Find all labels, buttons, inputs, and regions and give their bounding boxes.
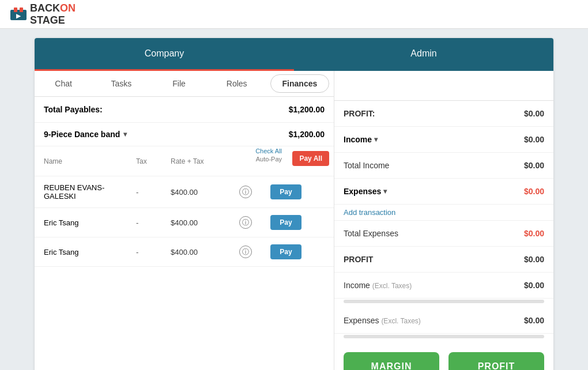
total-expenses-row: Total Expenses $0.00 — [334, 221, 553, 247]
profit2-value: $0.00 — [524, 255, 544, 264]
pay-button[interactable]: Pay — [270, 244, 301, 259]
expenses-label: Expenses ▾ — [344, 187, 387, 196]
income-excl-row: Income (Excl. Taxes) $0.00 — [334, 273, 553, 299]
chevron-down-icon[interactable]: ▾ — [123, 130, 127, 138]
total-income-label: Total Income — [344, 161, 389, 170]
table-row: REUBEN EVANS-GALESKI - $400.00 ⓘ Pay — [35, 176, 334, 208]
member-tax: - — [136, 218, 171, 227]
table-row: Eric Tsang - $400.00 ⓘ Pay — [35, 237, 334, 267]
member-name: Eric Tsang — [44, 248, 136, 256]
chevron-down-icon[interactable]: ▾ — [374, 135, 378, 144]
member-tax: - — [136, 248, 171, 256]
member-pay: Pay — [263, 244, 309, 259]
col-tax-header: Tax — [136, 157, 171, 165]
total-expenses-label: Total Expenses — [344, 229, 398, 238]
band-row: 9-Piece Dance band ▾ $1,200.00 — [35, 123, 334, 146]
profit2-row: PROFIT $0.00 — [334, 247, 553, 273]
expenses-row: Expenses ▾ $0.00 — [334, 179, 553, 205]
pay-button[interactable]: Pay — [270, 215, 301, 230]
margin-card-title: MARGIN — [353, 361, 430, 370]
total-income-value: $0.00 — [524, 161, 544, 170]
income-excl-value: $0.00 — [524, 281, 544, 290]
member-tax: - — [136, 188, 171, 197]
content-area: Chat Tasks File Roles Finances Total Pay… — [35, 71, 553, 370]
margin-card: MARGIN 0.00% — [344, 352, 439, 370]
tab-admin[interactable]: Admin — [294, 38, 553, 71]
check-all-label: Check All — [255, 148, 282, 154]
income-row: Income ▾ $0.00 — [334, 127, 553, 153]
band-amount: $1,200.00 — [289, 130, 325, 139]
info-icon[interactable]: ⓘ — [239, 216, 252, 229]
tab-header: Company Admin — [35, 38, 553, 71]
member-pay: Pay — [263, 215, 309, 230]
tab-finances[interactable]: Finances — [270, 74, 329, 93]
svg-rect-1 — [14, 7, 17, 12]
total-payables-label: Total Payables: — [44, 105, 103, 114]
member-info: ⓘ — [228, 216, 263, 229]
profit-card-title: PROFIT — [458, 361, 535, 370]
tab-file[interactable]: File — [150, 71, 208, 96]
band-name: 9-Piece Dance band ▾ — [44, 130, 127, 139]
expenses-excl-value: $0.00 — [524, 316, 544, 325]
main-container: Company Admin Chat Tasks File Roles Fina… — [35, 38, 553, 370]
member-pay: Pay — [263, 184, 309, 199]
profit-row: PROFIT: $0.00 — [334, 101, 553, 127]
expenses-excl-row: Expenses (Excl. Taxes) $0.00 — [334, 308, 553, 334]
table-row: Eric Tsang - $400.00 ⓘ Pay — [35, 208, 334, 237]
member-info: ⓘ — [228, 246, 263, 258]
income-excl-label: Income (Excl. Taxes) — [344, 281, 412, 290]
profit-label: PROFIT: — [344, 109, 375, 118]
income-value: $0.00 — [524, 135, 544, 144]
right-panel: PROFIT: $0.00 Income ▾ $0.00 Total Incom… — [334, 71, 553, 370]
member-info: ⓘ — [228, 186, 263, 198]
member-rate: $400.00 — [171, 218, 228, 227]
auto-pay-label: Auto-Pay — [256, 156, 282, 163]
income-excl-sublabel: (Excl. Taxes) — [372, 282, 412, 290]
left-panel: Chat Tasks File Roles Finances Total Pay… — [35, 71, 334, 370]
bottom-cards: MARGIN 0.00% PROFIT $0.00 — [334, 343, 553, 370]
table-header: Name Tax Rate + Tax Check All Auto-Pay P… — [35, 146, 334, 176]
member-name: REUBEN EVANS-GALESKI — [44, 183, 136, 201]
col-rate-header: Rate + Tax — [171, 157, 228, 165]
add-transaction-link[interactable]: Add transaction — [334, 205, 553, 221]
total-payables-row: Total Payables: $1,200.00 — [35, 97, 334, 123]
logo-text: BACKON STAGE — [30, 2, 76, 27]
tab-tasks[interactable]: Tasks — [92, 71, 150, 96]
top-bar: ▶ BACKON STAGE — [0, 0, 588, 29]
tab-chat[interactable]: Chat — [35, 71, 92, 96]
profit2-label: PROFIT — [344, 255, 373, 264]
member-name: Eric Tsang — [44, 218, 136, 227]
total-expenses-value: $0.00 — [524, 229, 544, 238]
logo-icon: ▶ — [9, 5, 28, 24]
expenses-excl-label: Expenses (Excl. Taxes) — [344, 316, 421, 325]
total-payables-value: $1,200.00 — [289, 105, 325, 114]
member-rate: $400.00 — [171, 248, 228, 256]
member-rate: $400.00 — [171, 188, 228, 197]
logo: ▶ BACKON STAGE — [9, 2, 76, 27]
expenses-excl-sublabel: (Excl. Taxes) — [381, 317, 420, 325]
profit-card: PROFIT $0.00 — [448, 352, 544, 370]
info-icon[interactable]: ⓘ — [239, 186, 252, 198]
svg-rect-2 — [20, 7, 23, 12]
pay-all-button[interactable]: Pay All — [292, 151, 329, 166]
tab-company[interactable]: Company — [35, 38, 294, 71]
profit-value: $0.00 — [524, 109, 544, 118]
chevron-down-icon[interactable]: ▾ — [383, 187, 387, 195]
income-label: Income ▾ — [344, 135, 378, 144]
col-name-header: Name — [44, 157, 136, 165]
sub-tabs: Chat Tasks File Roles Finances — [35, 71, 334, 97]
svg-text:▶: ▶ — [16, 13, 21, 19]
expenses-value: $0.00 — [524, 187, 544, 196]
income-progress-bar — [344, 300, 544, 303]
total-income-row: Total Income $0.00 — [334, 153, 553, 179]
tab-roles[interactable]: Roles — [208, 71, 266, 96]
pay-button[interactable]: Pay — [270, 184, 301, 199]
info-icon[interactable]: ⓘ — [239, 246, 252, 258]
expenses-progress-bar — [344, 335, 544, 338]
